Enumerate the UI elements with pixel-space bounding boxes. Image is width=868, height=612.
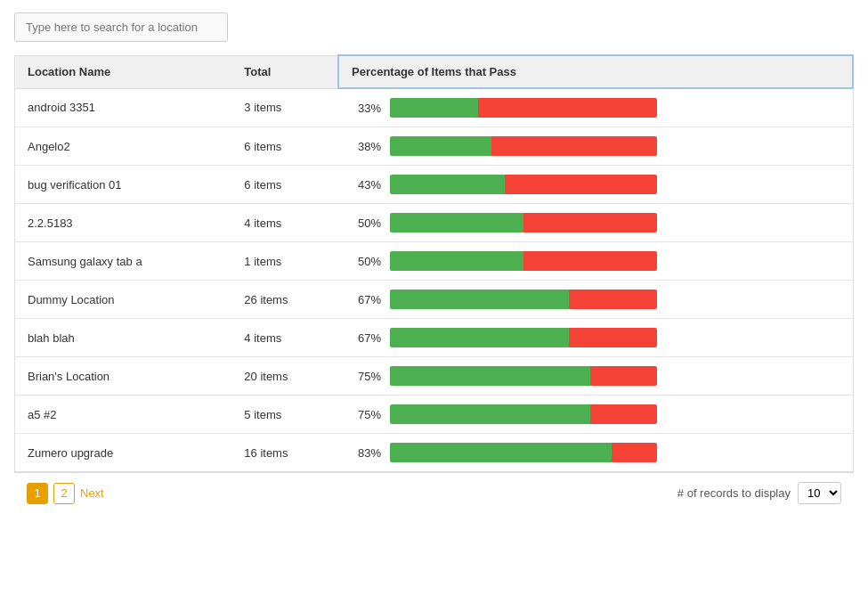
progress-bar xyxy=(390,136,657,156)
red-bar xyxy=(569,290,657,309)
red-bar xyxy=(491,136,657,156)
table-row: blah blah4 items67% xyxy=(15,319,854,357)
bar-cell: 83% xyxy=(351,443,840,462)
table-row: bug verification 016 items43% xyxy=(15,166,854,204)
red-bar xyxy=(612,443,657,462)
green-bar xyxy=(390,366,590,386)
progress-bar xyxy=(390,213,657,233)
col-total: Total xyxy=(231,55,338,88)
cell-percentage: 33% xyxy=(338,88,853,127)
bar-cell: 50% xyxy=(351,251,840,271)
green-bar xyxy=(390,136,491,156)
cell-total: 6 items xyxy=(231,127,338,166)
green-bar xyxy=(390,404,590,424)
cell-percentage: 67% xyxy=(338,281,853,319)
red-bar xyxy=(523,213,657,233)
green-bar xyxy=(390,328,569,347)
pct-label: 50% xyxy=(351,216,381,230)
red-bar xyxy=(590,404,657,424)
cell-total: 1 items xyxy=(231,242,338,281)
records-label: # of records to display xyxy=(677,486,791,500)
cell-location: Brian's Location xyxy=(15,357,232,396)
cell-location: 2.2.5183 xyxy=(15,204,232,242)
footer: 1 2 Next # of records to display 5 10 25… xyxy=(14,472,854,513)
table-row: Samsung galaxy tab a1 items50% xyxy=(15,242,854,281)
cell-percentage: 75% xyxy=(338,396,853,434)
pct-label: 67% xyxy=(351,293,381,306)
bar-cell: 43% xyxy=(351,175,840,194)
pct-label: 75% xyxy=(351,408,381,421)
cell-total: 5 items xyxy=(231,396,338,434)
cell-percentage: 50% xyxy=(338,242,853,281)
locations-table: Location Name Total Percentage of Items … xyxy=(14,54,854,472)
red-bar xyxy=(590,366,657,386)
col-percentage: Percentage of Items that Pass xyxy=(338,55,853,88)
pct-label: 67% xyxy=(351,331,381,345)
table-row: Angelo26 items38% xyxy=(15,127,854,166)
cell-total: 16 items xyxy=(231,434,338,472)
cell-percentage: 38% xyxy=(338,127,853,166)
progress-bar xyxy=(390,175,657,194)
bar-cell: 67% xyxy=(351,328,840,347)
progress-bar xyxy=(390,404,657,424)
progress-bar xyxy=(390,443,657,462)
green-bar xyxy=(390,213,523,233)
bar-cell: 75% xyxy=(351,404,840,424)
cell-location: Zumero upgrade xyxy=(15,434,232,472)
pagination: 1 2 Next xyxy=(27,483,104,504)
table-row: 2.2.51834 items50% xyxy=(15,204,854,242)
pct-label: 50% xyxy=(351,255,381,268)
cell-location: Angelo2 xyxy=(15,127,232,166)
table-header: Location Name Total Percentage of Items … xyxy=(15,55,854,88)
cell-location: a5 #2 xyxy=(15,396,232,434)
cell-total: 4 items xyxy=(231,319,338,357)
table-row: Zumero upgrade16 items83% xyxy=(15,434,854,472)
cell-total: 4 items xyxy=(231,204,338,242)
pct-label: 38% xyxy=(351,140,381,153)
bar-cell: 33% xyxy=(351,98,840,118)
progress-bar xyxy=(390,98,657,118)
records-display: # of records to display 5 10 25 50 xyxy=(677,482,841,504)
bar-cell: 50% xyxy=(351,213,840,233)
cell-total: 26 items xyxy=(231,281,338,319)
green-bar xyxy=(390,290,569,309)
progress-bar xyxy=(390,366,657,386)
green-bar xyxy=(390,443,612,462)
green-bar xyxy=(390,251,523,271)
records-select[interactable]: 5 10 25 50 xyxy=(798,482,841,504)
next-button[interactable]: Next xyxy=(80,486,104,500)
progress-bar xyxy=(390,328,657,347)
red-bar xyxy=(478,98,657,118)
red-bar xyxy=(569,328,657,347)
cell-percentage: 75% xyxy=(338,357,853,396)
table-row: Brian's Location20 items75% xyxy=(15,357,854,396)
pct-label: 33% xyxy=(351,102,381,115)
bar-cell: 75% xyxy=(351,366,840,386)
cell-percentage: 67% xyxy=(338,319,853,357)
cell-total: 20 items xyxy=(231,357,338,396)
cell-total: 3 items xyxy=(231,88,338,127)
pct-label: 83% xyxy=(351,446,381,460)
red-bar xyxy=(523,251,657,271)
cell-percentage: 50% xyxy=(338,204,853,242)
cell-location: Dummy Location xyxy=(15,281,232,319)
cell-location: blah blah xyxy=(15,319,232,357)
page-1-button[interactable]: 1 xyxy=(27,483,48,504)
pct-label: 43% xyxy=(351,178,381,192)
page-2-button[interactable]: 2 xyxy=(53,483,75,504)
search-input[interactable] xyxy=(14,12,228,42)
cell-location: bug verification 01 xyxy=(15,166,232,204)
bar-cell: 67% xyxy=(351,290,840,309)
cell-location: Samsung galaxy tab a xyxy=(15,242,232,281)
cell-location: android 3351 xyxy=(15,88,232,127)
search-bar[interactable] xyxy=(14,12,854,42)
progress-bar xyxy=(390,290,657,309)
cell-total: 6 items xyxy=(231,166,338,204)
main-container: Location Name Total Percentage of Items … xyxy=(0,0,868,526)
table-body: android 33513 items33%Angelo26 items38%b… xyxy=(15,88,854,472)
table-row: android 33513 items33% xyxy=(15,88,854,127)
green-bar xyxy=(390,98,478,118)
col-location-name: Location Name xyxy=(15,55,232,88)
cell-percentage: 43% xyxy=(338,166,853,204)
table-row: a5 #25 items75% xyxy=(15,396,854,434)
